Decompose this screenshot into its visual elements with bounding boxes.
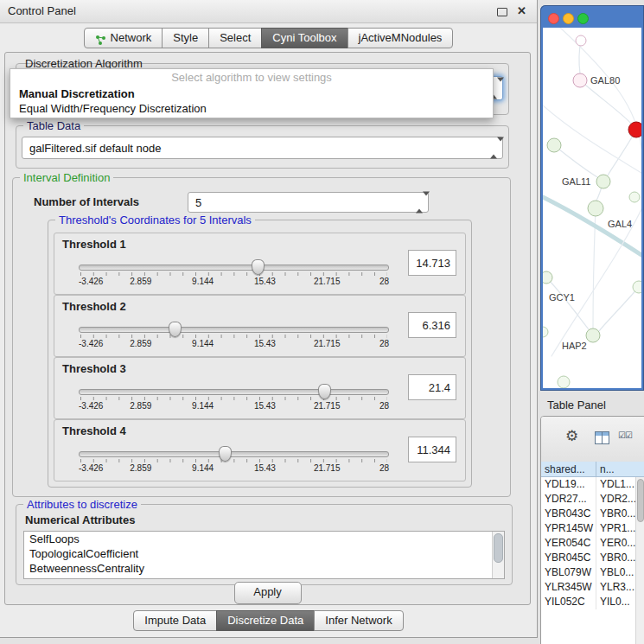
column-header-shared-name[interactable]: shared... bbox=[541, 462, 596, 477]
network-node[interactable] bbox=[558, 376, 570, 388]
tab-select[interactable]: Select bbox=[208, 28, 262, 48]
float-window-icon[interactable] bbox=[497, 8, 507, 16]
threshold-value-field[interactable]: 6.316 bbox=[408, 312, 456, 338]
tab-impute-data[interactable]: Impute Data bbox=[133, 610, 217, 631]
tick-label: 9.144 bbox=[192, 277, 214, 286]
tick-label: -3.426 bbox=[79, 401, 103, 411]
tab-label: Infer Network bbox=[325, 611, 392, 630]
table-row[interactable]: YIL052CYIL0... bbox=[541, 595, 644, 609]
slider-handle[interactable] bbox=[318, 384, 331, 399]
threshold-row: Threshold 3 -3.426 2.859 9.144 15.43 21.… bbox=[54, 357, 466, 419]
tick-label: 2.859 bbox=[130, 401, 151, 411]
network-edge[interactable] bbox=[554, 145, 597, 177]
tick-label: 28 bbox=[379, 277, 389, 286]
threshold-slider[interactable]: -3.426 2.859 9.144 15.43 21.715 28 bbox=[79, 444, 389, 474]
network-node[interactable] bbox=[596, 175, 610, 188]
table-row[interactable]: YLR345WYLR3... bbox=[541, 580, 644, 595]
network-node[interactable] bbox=[543, 327, 548, 337]
network-edge[interactable] bbox=[599, 287, 639, 331]
table-row[interactable]: YER054CYER0... bbox=[541, 536, 644, 551]
attributes-group-legend: Attributes to discretize bbox=[23, 498, 141, 511]
network-node[interactable] bbox=[633, 281, 641, 293]
slider-tick-labels: -3.426 2.859 9.144 15.43 21.715 28 bbox=[79, 277, 389, 287]
slider-track[interactable] bbox=[79, 451, 389, 457]
network-canvas-svg: GAL80GAL11GAL4GCY1HAP2 bbox=[543, 28, 641, 388]
close-icon[interactable]: ✕ bbox=[517, 4, 526, 17]
threshold-slider[interactable]: -3.426 2.859 9.144 15.43 21.715 28 bbox=[79, 382, 389, 411]
table-cell[interactable]: YLR345W bbox=[541, 580, 596, 595]
slider-track[interactable] bbox=[79, 327, 389, 333]
table-cell[interactable]: YPR145W bbox=[541, 521, 596, 536]
minimize-traffic-light[interactable] bbox=[563, 13, 574, 24]
table-row[interactable]: YPR145WYPR1... bbox=[541, 521, 644, 536]
slider-track[interactable] bbox=[79, 265, 389, 271]
tab-jactivemodules[interactable]: jActiveMNodules bbox=[348, 28, 454, 48]
tick-label: 28 bbox=[379, 401, 389, 411]
attributes-scrollbar[interactable] bbox=[492, 532, 504, 578]
tick-label: 15.43 bbox=[254, 401, 276, 411]
tab-infer-network[interactable]: Infer Network bbox=[314, 610, 403, 631]
slider-track[interactable] bbox=[79, 389, 389, 395]
tick-label: 21.715 bbox=[314, 401, 341, 411]
network-node[interactable] bbox=[588, 201, 603, 216]
scrollbar-thumb[interactable] bbox=[637, 479, 644, 522]
network-canvas[interactable]: GAL80GAL11GAL4GCY1HAP2 bbox=[543, 28, 641, 388]
tab-cyni-toolbox[interactable]: Cyni Toolbox bbox=[261, 28, 348, 48]
table-cell[interactable]: YIL052C bbox=[541, 595, 596, 609]
column-header-name[interactable]: n... bbox=[596, 462, 644, 477]
table-row[interactable]: YBL079WYBL0... bbox=[541, 565, 644, 580]
table-scrollbar[interactable] bbox=[635, 477, 644, 644]
attribute-list-item[interactable]: BetweennessCentrality bbox=[24, 561, 504, 576]
network-node[interactable] bbox=[628, 122, 641, 137]
table-cell[interactable]: YBR043C bbox=[541, 507, 596, 521]
network-node[interactable] bbox=[576, 35, 586, 46]
table-row[interactable]: YBR043CYBR0... bbox=[541, 507, 644, 521]
network-node[interactable] bbox=[573, 73, 587, 87]
table-data-combobox[interactable]: galFiltered.sif default node bbox=[22, 137, 503, 159]
table-row[interactable]: YDL19...YDL1... bbox=[541, 477, 644, 492]
zoom-traffic-light[interactable] bbox=[577, 13, 589, 24]
column-checkboxes-icon[interactable]: ☑☑ bbox=[618, 430, 632, 440]
tab-discretize-data[interactable]: Discretize Data bbox=[216, 610, 315, 631]
tab-style[interactable]: Style bbox=[162, 28, 209, 48]
threshold-slider[interactable]: -3.426 2.859 9.144 15.43 21.715 28 bbox=[79, 258, 389, 287]
tab-label: Select bbox=[220, 29, 251, 48]
network-node[interactable] bbox=[629, 192, 640, 202]
network-node[interactable] bbox=[547, 138, 561, 152]
algorithm-option-manual[interactable]: Manual Discretization bbox=[10, 86, 493, 101]
tick-label: 21.715 bbox=[314, 463, 341, 473]
table-cell[interactable]: YDR27... bbox=[541, 492, 596, 507]
network-edge[interactable] bbox=[580, 80, 631, 124]
attribute-list-item[interactable]: SelfLoops bbox=[24, 532, 504, 546]
numerical-attributes-label: Numerical Attributes bbox=[25, 513, 135, 526]
scrollbar-thumb[interactable] bbox=[494, 533, 503, 563]
threshold-value-field[interactable]: 21.4 bbox=[408, 374, 456, 400]
threshold-slider[interactable]: -3.426 2.859 9.144 15.43 21.715 28 bbox=[79, 320, 389, 349]
table-cell[interactable]: YBR045C bbox=[541, 551, 596, 565]
table-row[interactable]: YBR045CYBR0... bbox=[541, 551, 644, 565]
table-cell[interactable]: YER054C bbox=[541, 536, 596, 551]
threshold-label: Threshold 1 bbox=[62, 238, 126, 251]
number-of-intervals-combobox[interactable]: 5 bbox=[188, 192, 429, 213]
table-row[interactable]: YDR27...YDR2... bbox=[541, 492, 644, 507]
algorithm-option-equal-width[interactable]: Equal Width/Frequency Discretization bbox=[10, 101, 493, 116]
table-columns-icon[interactable] bbox=[595, 431, 609, 444]
table-cell[interactable]: YDL19... bbox=[541, 477, 596, 492]
network-node[interactable] bbox=[586, 328, 600, 342]
threshold-value-field[interactable]: 14.713 bbox=[408, 250, 456, 276]
slider-handle[interactable] bbox=[219, 446, 232, 462]
network-edge[interactable] bbox=[546, 277, 589, 329]
tab-label: Style bbox=[173, 29, 198, 48]
tab-network[interactable]: Network bbox=[84, 28, 163, 48]
gear-icon[interactable]: ⚙ bbox=[565, 429, 578, 443]
table-cell[interactable]: YBL079W bbox=[541, 565, 596, 580]
tab-label: Discretize Data bbox=[227, 611, 303, 630]
slider-ticks bbox=[80, 397, 387, 400]
apply-button[interactable]: Apply bbox=[234, 582, 302, 604]
attribute-list-item[interactable]: TopologicalCoefficient bbox=[24, 546, 504, 561]
threshold-value-field[interactable]: 11.344 bbox=[408, 437, 456, 462]
network-node[interactable] bbox=[543, 271, 552, 284]
slider-ticks bbox=[80, 459, 387, 462]
tab-label: jActiveMNodules bbox=[359, 29, 443, 48]
close-traffic-light[interactable] bbox=[548, 13, 559, 24]
